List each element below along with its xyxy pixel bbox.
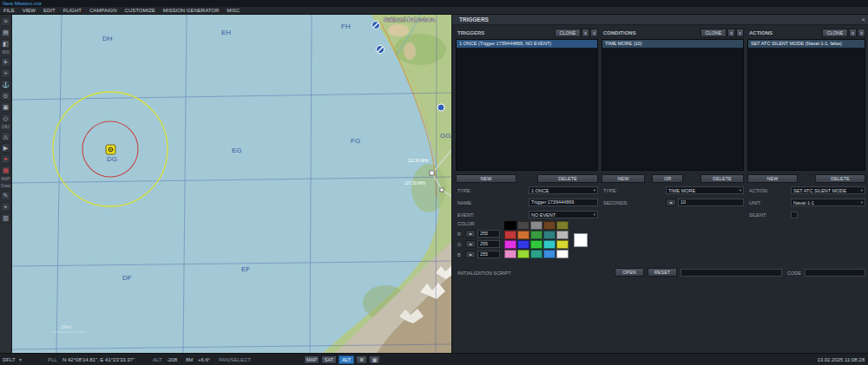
menu-item-customize[interactable]: CUSTOMIZE	[125, 8, 155, 13]
new-condition-button[interactable]: NEW	[602, 174, 645, 183]
airfield-icon[interactable]	[377, 46, 385, 54]
green-value-input[interactable]: 255	[477, 240, 500, 248]
toolbar-file-icon[interactable]: ▤	[1, 28, 10, 37]
script-path-input[interactable]	[681, 269, 782, 277]
toolbar-add-template-icon[interactable]: ◇	[1, 114, 10, 123]
palette-color-14[interactable]	[556, 240, 569, 249]
menu-item-file[interactable]: FILE	[3, 8, 15, 13]
palette-color-0[interactable]	[504, 221, 516, 230]
alt-layer-button[interactable]: ALT	[339, 355, 354, 364]
chevron-up-icon[interactable]: ∧	[727, 29, 735, 37]
waypoint-icon[interactable]	[430, 171, 434, 175]
menu-item-view[interactable]: VIEW	[23, 8, 36, 13]
open-script-button[interactable]: OPEN	[615, 268, 644, 277]
chevron-down-icon[interactable]: ∨	[736, 29, 744, 37]
palette-color-12[interactable]	[530, 240, 542, 249]
condition-list-item[interactable]: TIME MORE (10)	[602, 40, 743, 48]
toolbar-add-trigger-zone-icon[interactable]: ◬	[1, 132, 10, 141]
menu-item-misc[interactable]: MISC	[227, 8, 240, 13]
grid-toggle-icon[interactable]: ▦	[369, 355, 380, 364]
palette-color-11[interactable]	[517, 240, 529, 249]
toolbar-add-waypoint-icon[interactable]: ▶	[1, 143, 10, 153]
action-list-item[interactable]: SET ATC SILENT MODE (Naval-1-1, false)	[748, 40, 865, 48]
menu-item-campaign[interactable]: CAMPAIGN	[89, 8, 117, 13]
event-dropdown[interactable]: NO EVENT ▾	[529, 211, 598, 218]
delete-trigger-button[interactable]: DELETE	[537, 174, 598, 183]
toolbar-view-options-icon[interactable]: ◧	[1, 39, 10, 49]
silent-checkbox[interactable]	[791, 212, 798, 218]
clone-condition-button[interactable]: CLONE	[700, 29, 727, 37]
action-type-dropdown[interactable]: SET ATC SILENT MODE ▾	[791, 186, 865, 194]
unit-icon[interactable]	[106, 145, 115, 154]
toolbar-grid-overlay-icon[interactable]: ▦	[1, 166, 10, 175]
palette-color-7[interactable]	[530, 231, 542, 239]
new-action-button[interactable]: NEW	[747, 174, 798, 183]
toolbar-main-menu-icon[interactable]: ≡	[1, 16, 10, 26]
waypoint-icon[interactable]	[440, 188, 444, 192]
or-condition-button[interactable]: OR	[652, 174, 683, 183]
palette-color-8[interactable]	[543, 231, 556, 239]
toolbar-add-helicopter-icon[interactable]: +	[1, 68, 10, 78]
palette-color-13[interactable]	[543, 240, 556, 249]
palette-color-4[interactable]	[556, 221, 569, 230]
palette-color-1[interactable]	[517, 221, 529, 230]
clone-trigger-button[interactable]: CLONE	[555, 29, 581, 37]
green-stepper[interactable]: ◂▸	[465, 240, 476, 248]
delete-action-button[interactable]: DELETE	[815, 174, 865, 183]
conditions-list[interactable]: TIME MORE (10)	[602, 39, 744, 171]
unit-dropdown[interactable]: Naval-1-1 ▾	[791, 199, 865, 206]
palette-color-16[interactable]	[517, 250, 529, 258]
palette-color-9[interactable]	[556, 231, 569, 239]
beacon-icon[interactable]	[437, 104, 444, 111]
toolbar-add-ship-icon[interactable]: ⚓	[1, 80, 10, 89]
seconds-input[interactable]: 10	[678, 199, 744, 206]
palette-color-18[interactable]	[543, 250, 556, 258]
code-input[interactable]	[805, 269, 865, 277]
layers-icon[interactable]: ≣	[356, 355, 367, 364]
red-value-input[interactable]: 255	[477, 230, 500, 238]
sat-layer-button[interactable]: SAT	[321, 355, 337, 364]
red-stepper[interactable]: ◂▸	[465, 230, 476, 238]
trigger-type-dropdown[interactable]: 1 ONCE ▾	[529, 186, 598, 194]
delete-condition-button[interactable]: DELETE	[700, 174, 744, 183]
blue-value-input[interactable]: 255	[477, 251, 500, 258]
menu-item-flight[interactable]: FLIGHT	[63, 8, 82, 13]
new-trigger-button[interactable]: NEW	[456, 174, 516, 183]
chevron-down-icon[interactable]: ∨	[590, 29, 598, 37]
toolbar-map-layers-icon[interactable]: ▥	[1, 213, 10, 223]
reset-script-button[interactable]: RESET	[648, 268, 677, 277]
airfield-icon[interactable]	[372, 22, 380, 29]
toolbar-add-airplane-icon[interactable]: ✈	[1, 57, 10, 67]
menu-item-mission-generator[interactable]: MISSION GENERATOR	[163, 8, 219, 13]
palette-color-17[interactable]	[530, 250, 542, 258]
palette-color-19[interactable]	[556, 250, 569, 258]
blue-stepper[interactable]: ◂▸	[465, 251, 476, 258]
condition-type-dropdown[interactable]: TIME MORE ▾	[666, 186, 744, 194]
selected-color-swatch[interactable]	[574, 233, 588, 247]
clone-action-button[interactable]: CLONE	[822, 29, 848, 37]
chevron-down-icon[interactable]: ▾	[19, 354, 22, 365]
triggers-list[interactable]: 1 ONCE (Trigger 1739444869, NO EVENT)	[456, 39, 598, 171]
map-layer-button[interactable]: MAP	[304, 355, 319, 364]
toolbar-ruler-icon[interactable]: ⌖	[1, 202, 10, 212]
palette-color-5[interactable]	[504, 231, 516, 239]
palette-color-10[interactable]	[504, 240, 516, 249]
actions-list[interactable]: SET ATC SILENT MODE (Naval-1-1, false)	[747, 39, 865, 171]
seconds-stepper[interactable]: ◂▸	[666, 199, 676, 206]
palette-color-3[interactable]	[543, 221, 556, 230]
toolbar-bullseye-icon[interactable]: ✦	[1, 154, 10, 164]
close-icon[interactable]: ×	[861, 16, 865, 23]
profile-label[interactable]: DFLT	[3, 354, 16, 365]
trigger-name-input[interactable]: Trigger 1739444869	[529, 199, 598, 206]
palette-color-15[interactable]	[504, 250, 516, 258]
palette-color-2[interactable]	[530, 221, 542, 230]
chevron-up-icon[interactable]: ∧	[849, 29, 857, 37]
trigger-list-item[interactable]: 1 ONCE (Trigger 1739444869, NO EVENT)	[457, 40, 597, 48]
chevron-up-icon[interactable]: ∧	[582, 29, 589, 37]
map-view[interactable]: DH EH FH DG EG FG GG DF EF	[12, 15, 451, 353]
toolbar-add-static-object-icon[interactable]: ▣	[1, 102, 10, 112]
toolbar-add-vehicle-icon[interactable]: ⊙	[1, 91, 10, 101]
chevron-down-icon[interactable]: ∨	[858, 29, 865, 37]
palette-color-6[interactable]	[517, 231, 529, 239]
menu-item-edit[interactable]: EDIT	[43, 8, 56, 13]
